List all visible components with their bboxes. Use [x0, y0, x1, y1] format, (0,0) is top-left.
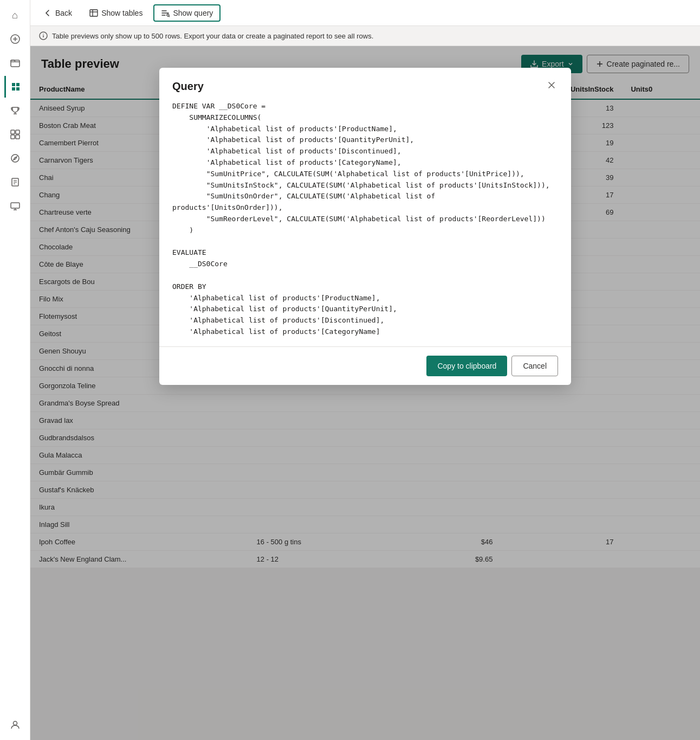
- sidebar-monitor-icon[interactable]: [4, 195, 26, 217]
- query-code-text: DEFINE VAR __DS0Core = SUMMARIZECOLUMNS(…: [172, 101, 558, 338]
- svg-rect-17: [11, 203, 20, 208]
- info-icon: [39, 31, 48, 40]
- cancel-button[interactable]: Cancel: [511, 356, 558, 376]
- svg-rect-10: [11, 135, 15, 139]
- sidebar-trophy-icon[interactable]: [4, 100, 26, 121]
- show-query-label: Show query: [173, 9, 213, 17]
- dialog-overlay: Query DEFINE VAR __DS0Core = SUMMARIZECO…: [30, 46, 700, 740]
- query-dialog: Query DEFINE VAR __DS0Core = SUMMARIZECO…: [159, 68, 571, 385]
- svg-rect-7: [16, 87, 20, 91]
- svg-rect-6: [12, 87, 15, 91]
- dialog-footer: Copy to clipboard Cancel: [159, 346, 571, 385]
- sidebar: ⌂: [0, 0, 30, 740]
- content-area: Table preview Export Create paginated re…: [30, 46, 700, 740]
- sidebar-data-icon[interactable]: [4, 76, 26, 98]
- sidebar-folder-icon[interactable]: [4, 52, 26, 74]
- info-banner: Table previews only show up to 500 rows.…: [30, 26, 700, 46]
- svg-point-28: [43, 34, 44, 35]
- back-button[interactable]: Back: [37, 5, 79, 21]
- banner-text: Table previews only show up to 500 rows.…: [52, 32, 373, 40]
- sidebar-plus-icon[interactable]: [4, 28, 26, 50]
- dialog-body: DEFINE VAR __DS0Core = SUMMARIZECOLUMNS(…: [159, 101, 571, 346]
- show-tables-label: Show tables: [101, 9, 142, 17]
- sidebar-book-icon[interactable]: [4, 171, 26, 193]
- svg-point-18: [13, 722, 17, 725]
- svg-point-12: [11, 155, 19, 162]
- svg-rect-4: [12, 83, 15, 86]
- sidebar-explore-icon[interactable]: [4, 147, 26, 169]
- show-tables-button[interactable]: Show tables: [83, 5, 149, 21]
- main-content: Back Show tables Show query Table previe…: [30, 0, 700, 740]
- dialog-close-button[interactable]: [545, 79, 558, 94]
- sidebar-apps-icon[interactable]: [4, 124, 26, 145]
- back-label: Back: [55, 9, 72, 17]
- sidebar-home-icon[interactable]: ⌂: [4, 4, 26, 26]
- svg-rect-19: [90, 10, 98, 16]
- svg-rect-8: [11, 130, 15, 134]
- svg-rect-9: [16, 130, 20, 134]
- close-icon: [547, 81, 556, 89]
- svg-rect-5: [16, 83, 20, 86]
- svg-rect-11: [16, 135, 20, 139]
- dialog-title: Query: [172, 80, 204, 93]
- sidebar-person-icon[interactable]: [4, 714, 26, 736]
- show-query-button[interactable]: Show query: [153, 4, 221, 22]
- topnav: Back Show tables Show query: [30, 0, 700, 26]
- copy-to-clipboard-button[interactable]: Copy to clipboard: [426, 356, 507, 376]
- dialog-header: Query: [159, 68, 571, 101]
